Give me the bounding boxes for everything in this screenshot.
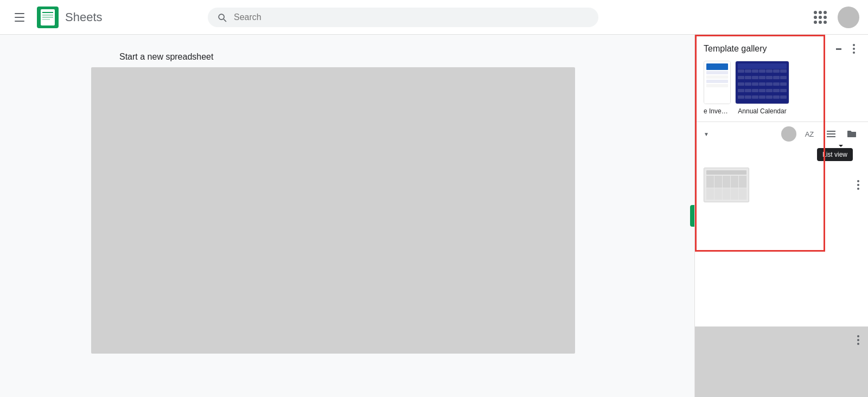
sort-icon-area: AZ (781, 126, 859, 142)
tooltip-container: List view (704, 146, 859, 161)
green-tab (690, 205, 694, 227)
bottom-preview-area (695, 326, 868, 397)
template-gallery-toggle[interactable] (833, 43, 844, 54)
dropdown-arrow-icon[interactable]: ▼ (704, 131, 709, 137)
file-thumbnail (704, 168, 749, 202)
template-gallery-more[interactable] (848, 43, 859, 54)
search-icon (216, 12, 227, 23)
app-icon (37, 7, 59, 28)
template-card-invest-partial[interactable]: e Invest... (704, 61, 731, 115)
owner-filter-avatar[interactable] (781, 126, 796, 142)
template-thumb-calendar (735, 61, 789, 104)
template-gallery-title: Template gallery (704, 44, 829, 54)
list-view-button[interactable] (822, 126, 840, 142)
app-title: Sheets (65, 10, 103, 24)
list-view-tooltip: List view (817, 148, 853, 161)
avatar[interactable] (838, 7, 859, 28)
svg-rect-3 (42, 17, 53, 18)
recent-section: ▼ AZ (695, 122, 868, 209)
main-preview-area (91, 67, 575, 354)
svg-rect-4 (42, 19, 50, 20)
template-cards-row: e Invest... Annu (695, 59, 868, 121)
template-label-calendar: Annual Calendar (735, 107, 789, 115)
svg-rect-2 (42, 15, 53, 16)
top-nav: Sheets (0, 0, 868, 35)
search-bar[interactable] (208, 8, 598, 27)
template-label-invest: e Invest... (704, 107, 731, 115)
menu-icon[interactable] (9, 7, 30, 28)
nav-left: Sheets (9, 7, 103, 28)
list-item[interactable] (704, 165, 859, 204)
nav-right (809, 7, 859, 28)
folder-icon[interactable] (844, 126, 859, 142)
template-gallery-header: Template gallery (695, 35, 868, 59)
apps-icon[interactable] (809, 7, 831, 28)
sort-az-label: AZ (805, 130, 814, 138)
file-more-options[interactable] (857, 180, 859, 190)
sort-az-button[interactable]: AZ (801, 126, 818, 142)
bottom-more-options[interactable] (857, 335, 859, 345)
search-input[interactable] (234, 12, 590, 22)
left-area: Start a new spreadsheet (0, 35, 694, 397)
main-content: Start a new spreadsheet Template gallery (0, 35, 868, 397)
list-view-icon (827, 131, 835, 137)
template-card-annual-calendar[interactable]: Annual Calendar (735, 61, 789, 115)
recent-header: ▼ AZ (704, 126, 859, 142)
svg-rect-1 (42, 12, 53, 13)
right-panel: Template gallery (694, 35, 868, 397)
template-thumb-invest (704, 61, 731, 104)
start-new-label: Start a new spreadsheet (119, 52, 213, 62)
